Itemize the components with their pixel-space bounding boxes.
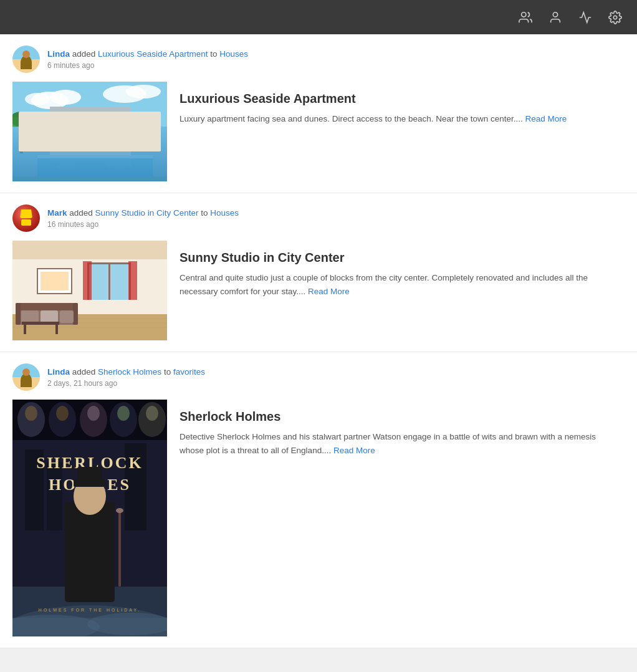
feed-item: Linda added Sherlock Holmes to favorites… (0, 352, 637, 648)
card-image (12, 82, 167, 181)
svg-point-70 (117, 406, 130, 421)
svg-rect-39 (128, 261, 137, 300)
card-description: Luxury apartment facing sea and dunes. D… (180, 112, 612, 126)
item-link[interactable]: Sunny Studio in City Center (95, 208, 199, 218)
to-text: to (164, 367, 173, 377)
activity-meta: Linda added Luxurious Seaside Apartment … (47, 49, 625, 60)
profile-icon[interactable] (546, 8, 565, 27)
read-more-link[interactable]: Read More (525, 114, 567, 123)
destination-link[interactable]: favorites (173, 367, 205, 377)
svg-rect-18 (103, 116, 114, 125)
card-title: Sherlock Holmes (180, 410, 612, 424)
svg-point-68 (87, 406, 100, 421)
settings-icon[interactable] (606, 8, 625, 27)
svg-rect-49 (41, 310, 58, 323)
card-image: SHERLOCK HOLMES HOLMES FOR THE HOLIDAY. (12, 400, 167, 636)
svg-point-64 (25, 406, 37, 421)
card-content: SHERLOCK HOLMES HOLMES FOR THE HOLIDAY. (12, 400, 625, 636)
svg-rect-38 (83, 261, 92, 300)
destination-link[interactable]: Houses (210, 208, 239, 218)
svg-rect-19 (118, 116, 127, 125)
svg-rect-48 (21, 310, 39, 323)
svg-rect-37 (108, 262, 110, 300)
action-text: added (69, 208, 95, 218)
svg-rect-55 (41, 272, 69, 290)
card-details: Luxurious Seaside Apartment Luxury apart… (167, 82, 625, 136)
svg-rect-20 (56, 128, 67, 137)
svg-rect-31 (12, 241, 167, 259)
to-text: to (210, 49, 219, 59)
svg-rect-29 (12, 176, 167, 181)
username-link[interactable]: Linda (47, 367, 70, 377)
svg-rect-78 (77, 467, 102, 482)
item-link[interactable]: Luxurious Seaside Apartment (98, 49, 208, 59)
svg-point-26 (57, 163, 80, 171)
svg-point-0 (522, 12, 526, 16)
svg-point-12 (17, 116, 35, 126)
friends-icon[interactable] (516, 8, 535, 27)
avatar (12, 363, 40, 391)
apartment-image (12, 82, 167, 181)
activity-header: Linda added Luxurious Seaside Apartment … (12, 46, 625, 73)
svg-rect-24 (118, 128, 127, 137)
svg-rect-47 (73, 303, 78, 325)
activity-text: Linda added Sherlock Holmes to favorites… (47, 367, 625, 388)
read-more-link[interactable]: Read More (308, 287, 350, 296)
read-more-link[interactable]: Read More (333, 446, 375, 455)
to-text: to (201, 208, 210, 218)
destination-link[interactable]: Houses (219, 49, 248, 59)
svg-point-5 (50, 90, 81, 105)
avatar (12, 46, 40, 73)
svg-rect-75 (65, 502, 115, 602)
topbar (0, 0, 637, 34)
card-description: Detective Sherlock Holmes and his stalwa… (180, 430, 612, 457)
activity-time: 6 minutes ago (47, 61, 625, 70)
activity-text: Linda added Luxurious Seaside Apartment … (47, 49, 625, 70)
svg-rect-60 (47, 462, 62, 530)
svg-rect-79 (118, 512, 121, 587)
svg-rect-45 (16, 303, 78, 310)
avatar (12, 204, 40, 232)
card-title: Luxurious Seaside Apartment (180, 92, 612, 106)
svg-point-8 (126, 85, 161, 98)
svg-rect-25 (37, 156, 153, 178)
svg-rect-53 (55, 325, 58, 334)
messages-icon[interactable] (576, 8, 595, 27)
activity-time: 16 minutes ago (47, 220, 625, 229)
svg-rect-46 (16, 303, 21, 325)
svg-rect-9 (20, 122, 23, 153)
feed-item: Mark added Sunny Studio in City Center t… (0, 193, 637, 352)
item-link[interactable]: Sherlock Holmes (98, 367, 161, 377)
card-details: Sunny Studio in City Center Central and … (167, 241, 625, 308)
svg-point-27 (105, 160, 132, 169)
username-link[interactable]: Mark (47, 208, 67, 218)
svg-rect-51 (22, 322, 59, 325)
svg-rect-16 (72, 116, 83, 125)
svg-rect-21 (72, 128, 83, 137)
activity-meta: Linda added Sherlock Holmes to favorites (47, 367, 625, 378)
activity-time: 2 days, 21 hours ago (47, 379, 625, 388)
card-image (12, 241, 167, 340)
activity-header: Linda added Sherlock Holmes to favorites… (12, 363, 625, 391)
svg-point-11 (12, 117, 25, 127)
svg-point-6 (25, 93, 50, 105)
svg-text:HOLMES FOR THE HOLIDAY.: HOLMES FOR THE HOLIDAY. (39, 608, 141, 612)
svg-rect-50 (60, 310, 74, 323)
svg-point-72 (146, 406, 158, 421)
action-text: added (72, 49, 98, 59)
svg-rect-15 (56, 116, 67, 125)
username-link[interactable]: Linda (47, 49, 70, 59)
svg-rect-28 (37, 155, 153, 158)
svg-point-80 (116, 508, 123, 513)
card-title: Sunny Studio in City Center (180, 251, 612, 265)
activity-text: Mark added Sunny Studio in City Center t… (47, 208, 625, 229)
svg-rect-14 (50, 107, 131, 112)
card-description: Central and quite studio just a couple o… (180, 271, 612, 298)
svg-point-1 (553, 12, 557, 16)
activity-meta: Mark added Sunny Studio in City Center t… (47, 208, 625, 219)
svg-rect-23 (103, 128, 114, 137)
feed-item: Linda added Luxurious Seaside Apartment … (0, 34, 637, 193)
feed-content: Linda added Luxurious Seaside Apartment … (0, 34, 637, 648)
card-content: Sunny Studio in City Center Central and … (12, 241, 625, 340)
card-content: Luxurious Seaside Apartment Luxury apart… (12, 82, 625, 181)
